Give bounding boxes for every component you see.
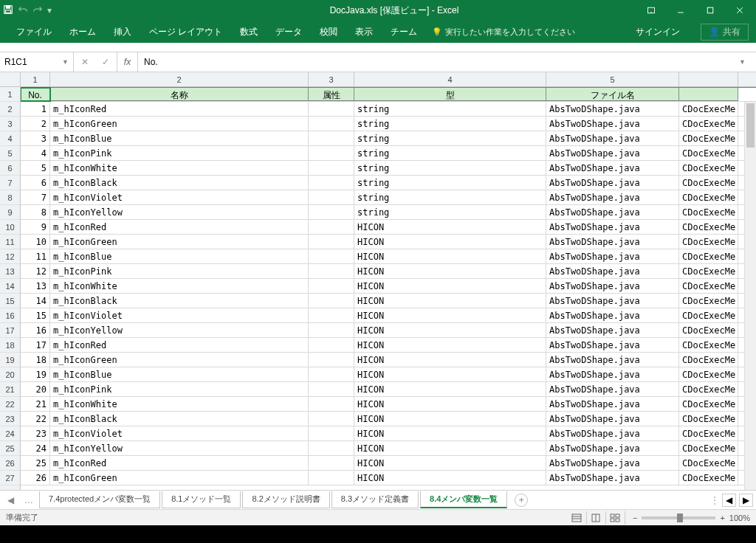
- row-header[interactable]: 13: [0, 264, 20, 279]
- cell[interactable]: AbsTwoDShape.java: [546, 353, 679, 367]
- cell[interactable]: AbsTwoDShape.java: [546, 146, 679, 160]
- cell[interactable]: HICON: [354, 294, 546, 308]
- column-header[interactable]: 1: [21, 72, 50, 86]
- table-row[interactable]: 6m_hIconBlackstringAbsTwoDShape.javaCDoc…: [21, 176, 756, 190]
- row-header[interactable]: 22: [0, 397, 20, 412]
- column-header[interactable]: 3: [309, 72, 354, 86]
- ribbon-tab-3[interactable]: ページ レイアウト: [140, 21, 231, 43]
- select-all-corner[interactable]: [0, 72, 21, 87]
- cell[interactable]: m_hIconYellow: [50, 441, 309, 455]
- cell[interactable]: m_hIconViolet: [50, 190, 309, 204]
- cell[interactable]: m_hIconWhite: [50, 397, 309, 411]
- qat-dropdown-icon[interactable]: ▾: [47, 5, 52, 15]
- cell[interactable]: HICON: [354, 338, 546, 352]
- table-row[interactable]: 19m_hIconBlueHICONAbsTwoDShape.javaCDocE…: [21, 367, 756, 382]
- cell[interactable]: [309, 382, 354, 396]
- cell[interactable]: m_hIconRed: [50, 220, 309, 234]
- cell[interactable]: 18: [21, 353, 50, 367]
- cell[interactable]: HICON: [354, 367, 546, 381]
- cell[interactable]: 13: [21, 279, 50, 293]
- zoom-slider[interactable]: [642, 516, 715, 519]
- cell[interactable]: CDocExecMe: [679, 176, 738, 190]
- cell[interactable]: 14: [21, 294, 50, 308]
- cell[interactable]: [309, 176, 354, 190]
- tell-me-box[interactable]: 💡 実行したい作業を入力してください: [432, 27, 575, 38]
- row-header[interactable]: 6: [0, 161, 20, 176]
- cell[interactable]: 6: [21, 176, 50, 190]
- row-header[interactable]: 21: [0, 382, 20, 397]
- table-row[interactable]: 22m_hIconBlackHICONAbsTwoDShape.javaCDoc…: [21, 412, 756, 426]
- table-row[interactable]: 4m_hIconPinkstringAbsTwoDShape.javaCDocE…: [21, 146, 756, 161]
- tab-nav-ellipsis[interactable]: …: [20, 495, 38, 505]
- minimize-icon[interactable]: [667, 1, 694, 20]
- maximize-icon[interactable]: [697, 1, 724, 20]
- row-header[interactable]: 14: [0, 279, 20, 294]
- cell[interactable]: [309, 353, 354, 367]
- cell[interactable]: HICON: [354, 264, 546, 278]
- row-header[interactable]: 7: [0, 176, 20, 190]
- row-header[interactable]: 12: [0, 249, 20, 264]
- cell[interactable]: CDocExecMe: [679, 190, 738, 204]
- cell[interactable]: m_hIconWhite: [50, 161, 309, 175]
- cell[interactable]: AbsTwoDShape.java: [546, 441, 679, 455]
- cell[interactable]: string: [354, 205, 546, 219]
- sheet-tab[interactable]: 8.4メンバ変数一覧: [420, 491, 507, 508]
- cell[interactable]: 11: [21, 249, 50, 263]
- cancel-formula-icon[interactable]: ✕: [77, 57, 93, 67]
- cell[interactable]: CDocExecMe: [679, 279, 738, 293]
- cell[interactable]: [309, 264, 354, 278]
- sheet-tab[interactable]: 8.1メソッド一覧: [162, 491, 241, 508]
- cell[interactable]: AbsTwoDShape.java: [546, 102, 679, 116]
- cell[interactable]: AbsTwoDShape.java: [546, 279, 679, 293]
- cell[interactable]: 4: [21, 146, 50, 160]
- cell[interactable]: HICON: [354, 220, 546, 234]
- vertical-scrollbar[interactable]: [744, 102, 756, 490]
- table-row[interactable]: 25m_hIconRedHICONAbsTwoDShape.javaCDocEx…: [21, 456, 756, 471]
- table-row[interactable]: 11m_hIconBlueHICONAbsTwoDShape.javaCDocE…: [21, 249, 756, 264]
- cell[interactable]: CDocExecMe: [679, 456, 738, 470]
- cell[interactable]: CDocExecMe: [679, 264, 738, 278]
- cell[interactable]: [309, 131, 354, 145]
- cell[interactable]: AbsTwoDShape.java: [546, 205, 679, 219]
- cell[interactable]: 15: [21, 308, 50, 322]
- cell[interactable]: AbsTwoDShape.java: [546, 117, 679, 131]
- cell[interactable]: string: [354, 117, 546, 131]
- cell[interactable]: m_hIconBlack: [50, 294, 309, 308]
- zoom-slider-knob[interactable]: [677, 513, 683, 522]
- page-layout-view-icon[interactable]: [587, 511, 606, 525]
- cell[interactable]: HICON: [354, 412, 546, 426]
- row-header[interactable]: 4: [0, 131, 20, 146]
- cell[interactable]: m_hIconBlack: [50, 412, 309, 426]
- cell[interactable]: m_hIconBlack: [50, 176, 309, 190]
- table-header-cell[interactable]: ファイル名: [546, 88, 679, 101]
- cell[interactable]: 23: [21, 426, 50, 440]
- cell[interactable]: HICON: [354, 249, 546, 263]
- table-header-cell[interactable]: 属性: [309, 88, 354, 101]
- cell[interactable]: string: [354, 190, 546, 204]
- cell[interactable]: AbsTwoDShape.java: [546, 308, 679, 322]
- column-header[interactable]: 5: [546, 72, 679, 86]
- scroll-thumb[interactable]: [746, 103, 755, 148]
- row-header[interactable]: 8: [0, 190, 20, 205]
- cell[interactable]: CDocExecMe: [679, 220, 738, 234]
- cell[interactable]: CDocExecMe: [679, 353, 738, 367]
- row-header[interactable]: 9: [0, 205, 20, 220]
- cell[interactable]: AbsTwoDShape.java: [546, 426, 679, 440]
- cell[interactable]: m_hIconGreen: [50, 235, 309, 249]
- cell[interactable]: m_hIconBlue: [50, 249, 309, 263]
- new-sheet-button[interactable]: +: [515, 494, 528, 507]
- cell[interactable]: m_hIconPink: [50, 382, 309, 396]
- cell[interactable]: string: [354, 131, 546, 145]
- cell[interactable]: m_hIconYellow: [50, 205, 309, 219]
- cell[interactable]: AbsTwoDShape.java: [546, 456, 679, 470]
- cell[interactable]: [309, 412, 354, 426]
- row-header[interactable]: 5: [0, 146, 20, 161]
- cell[interactable]: [309, 279, 354, 293]
- row-header[interactable]: 2: [0, 102, 20, 117]
- row-header[interactable]: 3: [0, 117, 20, 131]
- cell[interactable]: AbsTwoDShape.java: [546, 176, 679, 190]
- page-break-view-icon[interactable]: [606, 511, 625, 525]
- cell[interactable]: string: [354, 146, 546, 160]
- row-header[interactable]: 11: [0, 235, 20, 249]
- cell[interactable]: AbsTwoDShape.java: [546, 264, 679, 278]
